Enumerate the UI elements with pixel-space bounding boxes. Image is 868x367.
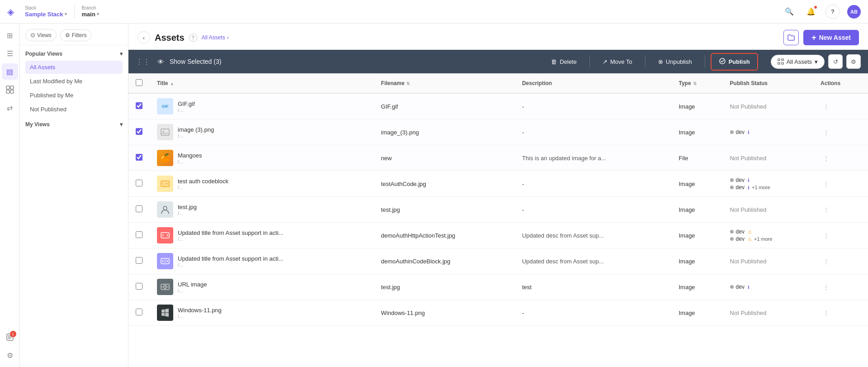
nav-icons: 🔍 🔔 ? AB [782, 5, 861, 19]
user-avatar[interactable]: AB [847, 5, 861, 19]
notifications-button[interactable]: 🔔 [804, 5, 818, 19]
branch-info[interactable]: Branch main ▾ [82, 5, 99, 18]
stack-caret-icon: ▾ [65, 12, 67, 17]
branch-label: Branch [82, 5, 99, 11]
help-button[interactable]: ? [825, 5, 840, 19]
branch-name: main ▾ [82, 11, 99, 18]
search-button[interactable]: 🔍 [782, 5, 797, 19]
app-logo-icon: ◈ [7, 6, 14, 17]
stack-info[interactable]: Stack Sample Stack ▾ [25, 5, 67, 18]
notification-badge [814, 5, 817, 9]
stack-label: Stack [25, 5, 67, 11]
nav-divider [74, 5, 75, 19]
branch-caret-icon: ▾ [97, 12, 99, 17]
top-nav: ◈ Stack Sample Stack ▾ Branch main ▾ 🔍 🔔… [0, 0, 868, 24]
stack-name: Sample Stack ▾ [25, 11, 67, 18]
